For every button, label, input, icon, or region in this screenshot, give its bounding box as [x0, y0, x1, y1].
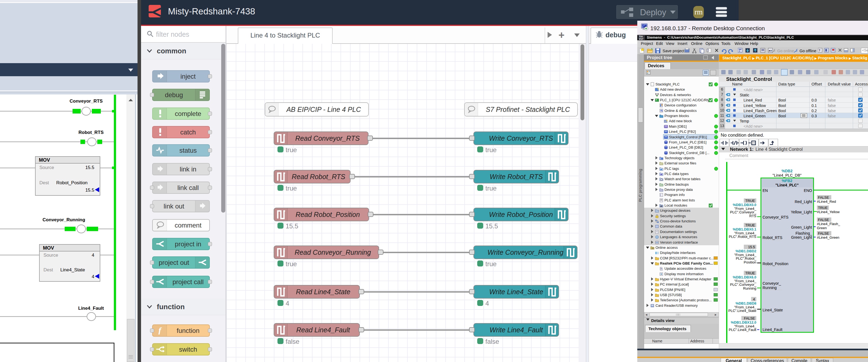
svg-text:%FB2: %FB2: [782, 178, 793, 183]
svg-text:??: ??: [752, 142, 755, 144]
svg-text:Robot_Position: Robot_Position: [763, 261, 788, 266]
svg-text:Position: Position: [744, 260, 756, 264]
svg-text:Green: Green: [817, 226, 827, 230]
svg-text:f: f: [158, 327, 162, 335]
svg-text:?: ?: [660, 268, 662, 270]
svg-text:Yellow_Light: Yellow_Light: [791, 210, 812, 214]
svg-text:Line4_State: Line4_State: [763, 308, 783, 312]
svg-text:Conveyor_RTS: Conveyor_RTS: [763, 215, 788, 219]
svg-text:Green_Light: Green_Light: [791, 225, 812, 229]
svg-text:Running: Running: [763, 285, 777, 290]
svg-text:RTS: RTS: [749, 214, 756, 218]
svg-text:?: ?: [818, 49, 820, 52]
svg-text:"Line4_PLC_DB": "Line4_PLC_DB": [773, 173, 801, 177]
svg-text:FALSE: FALSE: [818, 231, 829, 235]
svg-text:TRUE: TRUE: [745, 223, 755, 227]
svg-text:Conveyor_: Conveyor_: [763, 281, 781, 285]
svg-text:PLC".Robot_RTS: PLC".Robot_RTS: [729, 234, 756, 239]
svg-text:Flashing_: Flashing_: [796, 231, 812, 235]
svg-text:TRUE: TRUE: [818, 206, 828, 210]
svg-text:EN: EN: [763, 188, 768, 193]
svg-text:ENO: ENO: [804, 188, 812, 193]
svg-text:#Line4_Yellow: #Line4_Yellow: [817, 210, 840, 214]
svg-text:Robot_RTS: Robot_RTS: [763, 235, 782, 240]
svg-text:#Line4_Green: #Line4_Green: [817, 235, 839, 240]
svg-text:15.5: 15.5: [748, 245, 755, 249]
svg-text:#Line4_Flash_: #Line4_Flash_: [817, 222, 840, 226]
svg-text:FALSE: FALSE: [818, 195, 829, 199]
svg-text:PLC".Line4_Fault: PLC".Line4_Fault: [729, 328, 756, 332]
svg-text:#Line4_Red: #Line4_Red: [817, 199, 836, 203]
svg-text:TRUE: TRUE: [745, 199, 755, 203]
svg-text:Running: Running: [743, 286, 756, 290]
svg-text:i: i: [660, 194, 661, 196]
svg-text:Red_Light: Red_Light: [795, 199, 812, 204]
svg-text:FALSE: FALSE: [818, 218, 829, 222]
svg-text:%DB2: %DB2: [782, 169, 793, 173]
svg-text:FALSE: FALSE: [744, 316, 755, 321]
svg-text:Line4_Fault: Line4_Fault: [763, 328, 782, 332]
svg-text:Green_Light: Green_Light: [791, 235, 812, 240]
svg-text:"Line4_PLC": "Line4_PLC": [775, 183, 799, 187]
svg-text:PLC".Line4_State: PLC".Line4_State: [728, 309, 756, 313]
svg-text:TRUE: TRUE: [745, 271, 755, 275]
svg-text:4: 4: [753, 297, 755, 301]
